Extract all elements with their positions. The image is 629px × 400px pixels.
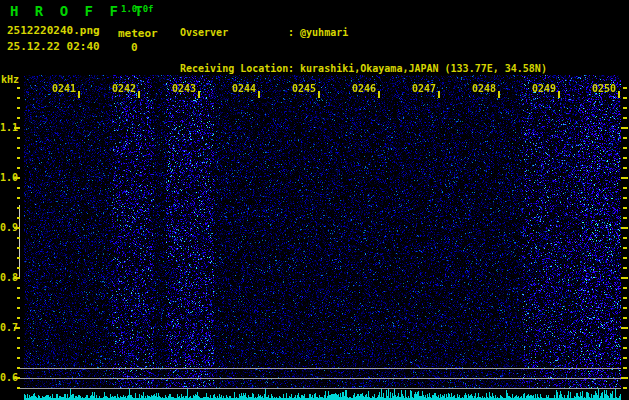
axis-tick [438,91,440,98]
reference-line-058khz [20,388,621,389]
x-tick-label: 0244 [231,84,257,94]
spectrogram-canvas [24,75,621,389]
axis-tick [17,217,20,219]
axis-tick [558,91,560,98]
axis-tick [17,247,20,249]
y-tick-label: 0.9 [0,223,14,233]
axis-tick [623,167,627,169]
axis-tick [17,257,20,259]
axis-tick [623,287,627,289]
output-filename: 2512220240.png [7,24,100,37]
axis-tick [17,157,20,159]
axis-tick [17,117,20,119]
axis-tick [17,337,20,339]
axis-tick [318,91,320,98]
x-tick-label: 0249 [531,84,557,94]
axis-tick [623,307,627,309]
y-tick-label: 0.7 [0,323,14,333]
x-tick-label: 0242 [111,84,137,94]
hrofft-screen: H R O F F T 1.0.0f 2512220240.png meteor… [0,0,629,400]
axis-tick [623,237,627,239]
axis-tick [621,177,628,179]
axis-tick [14,277,20,279]
axis-tick [14,227,20,229]
axis-tick [17,197,20,199]
info-separator: : [288,27,294,38]
axis-tick [17,367,20,369]
axis-tick [623,247,627,249]
axis-tick [17,347,20,349]
axis-tick [14,177,20,179]
app-version: 1.0.0f [121,4,154,14]
axis-tick [623,87,627,89]
info-value: kurashiki,Okayama,JAPAN (133.77E, 34.58N… [300,63,547,74]
y-axis-unit-label: kHz [1,74,19,85]
axis-tick [623,337,627,339]
axis-tick [17,387,20,389]
axis-tick [14,127,20,129]
axis-tick [623,197,627,199]
axis-tick [17,307,20,309]
axis-tick [623,387,627,389]
axis-tick [17,237,20,239]
axis-tick [14,377,20,379]
x-tick-label: 0245 [291,84,317,94]
axis-tick [17,357,20,359]
axis-tick [378,91,380,98]
axis-tick [17,287,20,289]
axis-tick [17,167,20,169]
axis-tick [623,357,627,359]
reference-line-062khz [20,368,621,369]
axis-tick [623,157,627,159]
x-tick-label: 0250 [591,84,617,94]
axis-tick [14,327,20,329]
axis-tick [621,227,628,229]
axis-tick [623,367,627,369]
axis-tick [623,297,627,299]
axis-tick [623,207,627,209]
axis-tick [17,207,20,209]
axis-tick [623,137,627,139]
y-tick-label: 0.8 [0,273,14,283]
meteor-counter-label: meteor [118,27,158,40]
axis-tick [621,377,628,379]
y-tick-label: 1.1 [0,123,14,133]
info-row-location: Receiving Location: kurashiki,Okayama,JA… [180,63,547,75]
info-label: Ovserver [180,27,288,39]
y-tick-label: 1.0 [0,173,14,183]
signal-level-trace-canvas [24,389,621,400]
info-row-observer: Ovserver: @yuhmari [180,27,547,39]
reference-line-060khz [20,378,621,379]
axis-tick [623,217,627,219]
info-value: @yuhmari [300,27,348,38]
observation-datetime: 25.12.22 02:40 [7,40,100,53]
x-tick-label: 0247 [411,84,437,94]
y-tick-label: 0.6 [0,373,14,383]
x-tick-label: 0248 [471,84,497,94]
x-tick-label: 0243 [171,84,197,94]
x-tick-label: 0246 [351,84,377,94]
axis-tick [621,127,628,129]
axis-tick [621,327,628,329]
axis-tick [623,257,627,259]
info-label: Receiving Location [180,63,288,75]
axis-tick [623,97,627,99]
axis-tick [17,147,20,149]
x-tick-label: 0241 [51,84,77,94]
axis-tick [498,91,500,98]
axis-tick [623,267,627,269]
info-separator: : [288,63,294,74]
axis-tick [78,91,80,98]
axis-tick [623,317,627,319]
axis-tick [138,91,140,98]
axis-tick [198,91,200,98]
axis-tick [17,297,20,299]
axis-tick [17,107,20,109]
axis-tick [17,87,20,89]
axis-tick [623,117,627,119]
meteor-counter-value: 0 [131,41,138,54]
axis-tick [623,187,627,189]
axis-tick [17,317,20,319]
axis-tick [623,347,627,349]
axis-tick [623,107,627,109]
